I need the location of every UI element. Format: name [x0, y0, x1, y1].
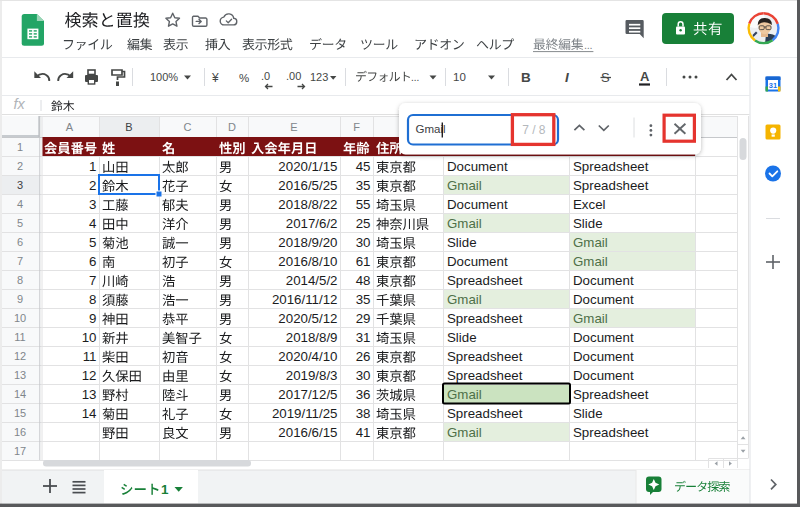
svg-text:Spreadsheet: Spreadsheet — [573, 178, 649, 193]
svg-text:fx: fx — [14, 96, 26, 112]
svg-text:2019/11/25: 2019/11/25 — [272, 406, 338, 421]
svg-text:Gmail: Gmail — [447, 387, 482, 402]
svg-text:29: 29 — [356, 311, 371, 326]
svg-text:Document: Document — [447, 159, 508, 174]
svg-text:3: 3 — [89, 197, 96, 212]
svg-text:2016/6/15: 2016/6/15 — [278, 425, 337, 440]
svg-text:2016/11/12: 2016/11/12 — [272, 292, 338, 307]
svg-text:Gmail: Gmail — [447, 178, 482, 193]
svg-text:.0: .0 — [261, 70, 270, 82]
svg-text:4: 4 — [17, 198, 23, 210]
svg-text:5: 5 — [89, 235, 96, 250]
svg-text:Document: Document — [573, 292, 634, 307]
svg-text:6: 6 — [17, 236, 23, 248]
svg-text:8: 8 — [89, 292, 96, 307]
svg-text:9: 9 — [89, 311, 96, 326]
svg-text:F: F — [353, 121, 360, 133]
svg-text:2014/5/2: 2014/5/2 — [286, 273, 338, 288]
svg-text:13: 13 — [14, 369, 26, 381]
svg-text:31: 31 — [769, 81, 777, 90]
svg-text:...: ... — [584, 39, 593, 51]
svg-text:8: 8 — [17, 274, 23, 286]
svg-text:25: 25 — [356, 216, 371, 231]
svg-text:2017/12/5: 2017/12/5 — [278, 387, 337, 402]
svg-text:E: E — [290, 121, 297, 133]
svg-text:...: ... — [411, 72, 419, 83]
svg-text:2018/8/9: 2018/8/9 — [286, 330, 338, 345]
svg-text:D: D — [228, 121, 236, 133]
svg-text:2016/8/10: 2016/8/10 — [278, 254, 337, 269]
svg-text:14: 14 — [14, 388, 26, 400]
svg-text:7: 7 — [17, 255, 23, 267]
svg-text:Gmail: Gmail — [416, 123, 446, 135]
svg-text:10: 10 — [453, 71, 466, 83]
svg-text:5: 5 — [17, 217, 23, 229]
svg-text:7 / 8: 7 / 8 — [522, 123, 546, 137]
svg-text:2019/8/3: 2019/8/3 — [286, 368, 338, 383]
svg-text:35: 35 — [356, 292, 371, 307]
svg-text:6: 6 — [89, 254, 96, 269]
svg-text:Excel: Excel — [573, 197, 606, 212]
svg-text:Spreadsheet: Spreadsheet — [447, 368, 523, 383]
svg-text:7: 7 — [89, 273, 96, 288]
svg-text:30: 30 — [356, 368, 371, 383]
svg-text:36: 36 — [356, 387, 371, 402]
svg-text:4: 4 — [89, 216, 96, 231]
svg-text:100%: 100% — [150, 71, 178, 83]
svg-text:Slide: Slide — [447, 330, 477, 345]
svg-text:45: 45 — [356, 159, 371, 174]
svg-text:11: 11 — [14, 331, 25, 343]
svg-text:Document: Document — [447, 254, 508, 269]
svg-text:%: % — [239, 72, 249, 84]
svg-text:12: 12 — [14, 350, 26, 362]
svg-text:Spreadsheet: Spreadsheet — [573, 425, 649, 440]
svg-text:15: 15 — [14, 407, 26, 419]
svg-text:11: 11 — [83, 349, 97, 364]
svg-text:2020/1/15: 2020/1/15 — [278, 159, 337, 174]
svg-text:41: 41 — [356, 425, 371, 440]
svg-text:1: 1 — [161, 482, 169, 497]
svg-text:48: 48 — [356, 273, 371, 288]
svg-text:Slide: Slide — [573, 406, 603, 421]
svg-text:Document: Document — [573, 349, 634, 364]
svg-text:14: 14 — [82, 406, 97, 421]
svg-text:12: 12 — [82, 368, 97, 383]
svg-text:10: 10 — [14, 312, 26, 324]
svg-text:Gmail: Gmail — [447, 292, 482, 307]
svg-text:Gmail: Gmail — [573, 311, 608, 326]
svg-text:123: 123 — [310, 71, 328, 83]
svg-text:13: 13 — [82, 387, 97, 402]
svg-text:Spreadsheet: Spreadsheet — [573, 387, 649, 402]
svg-text:B: B — [521, 70, 531, 85]
svg-text:2020/4/10: 2020/4/10 — [278, 349, 337, 364]
svg-text:16: 16 — [14, 426, 26, 438]
svg-text:Gmail: Gmail — [447, 425, 482, 440]
svg-text:2016/5/25: 2016/5/25 — [278, 178, 337, 193]
svg-text:Slide: Slide — [447, 235, 477, 250]
svg-text:B: B — [125, 121, 132, 133]
svg-text:2018/8/22: 2018/8/22 — [278, 197, 337, 212]
svg-text:Gmail: Gmail — [573, 235, 608, 250]
svg-text:.00: .00 — [286, 70, 301, 82]
svg-text:61: 61 — [356, 254, 371, 269]
svg-text:Slide: Slide — [573, 216, 603, 231]
svg-text:1: 1 — [89, 159, 96, 174]
svg-text:17: 17 — [14, 445, 26, 457]
svg-text:2018/9/20: 2018/9/20 — [278, 235, 337, 250]
svg-text:2017/6/2: 2017/6/2 — [286, 216, 338, 231]
svg-text:2: 2 — [17, 160, 23, 172]
svg-text:¥: ¥ — [211, 71, 219, 85]
svg-text:C: C — [184, 121, 192, 133]
svg-text:26: 26 — [356, 349, 371, 364]
svg-text:55: 55 — [356, 197, 371, 212]
svg-text:10: 10 — [82, 330, 97, 345]
svg-text:Spreadsheet: Spreadsheet — [447, 273, 523, 288]
svg-text:Spreadsheet: Spreadsheet — [447, 406, 523, 421]
svg-text:A: A — [66, 121, 74, 133]
svg-text:I: I — [565, 70, 569, 85]
svg-text:2020/5/12: 2020/5/12 — [278, 311, 337, 326]
svg-text:Document: Document — [573, 330, 634, 345]
svg-text:31: 31 — [356, 330, 371, 345]
svg-text:30: 30 — [356, 235, 371, 250]
svg-text:Document: Document — [573, 273, 634, 288]
